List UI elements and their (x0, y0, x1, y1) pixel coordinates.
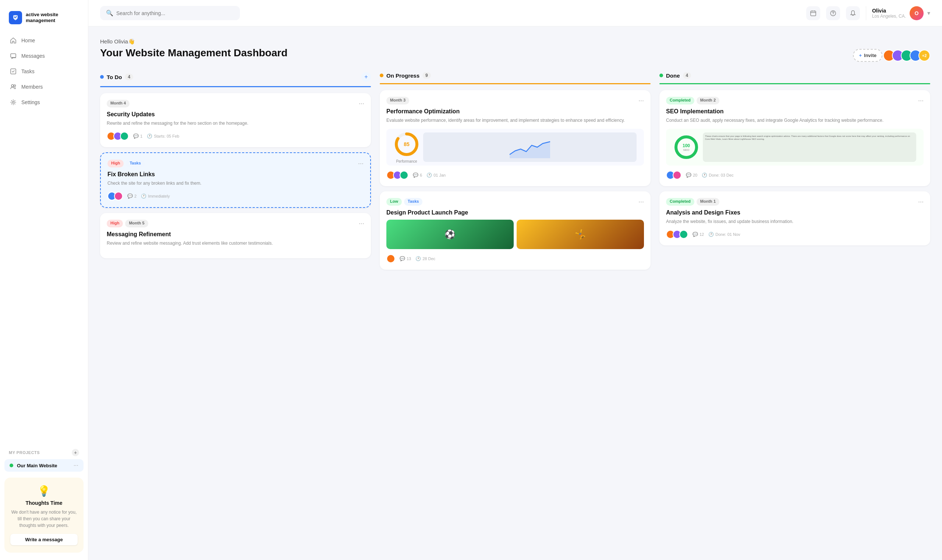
todo-dot (100, 75, 104, 79)
progress-dot (380, 74, 383, 77)
progress-column: On Progress 9 Month 3 ··· Performance Op… (380, 72, 651, 275)
clock-icon: 🕐 (147, 134, 152, 139)
search-bar[interactable]: 🔍 (100, 6, 240, 20)
thoughts-emoji: 💡 (10, 485, 78, 497)
nav-item-settings[interactable]: Settings (5, 95, 83, 110)
thoughts-card: 💡 Thoughts Time We don't have any notice… (5, 478, 83, 552)
invite-section: + Invite +2 (853, 49, 930, 62)
card-title: Messaging Refinement (107, 231, 364, 238)
done-dot (659, 74, 663, 77)
card-menu-icon[interactable]: ··· (918, 198, 924, 206)
members-icon (9, 83, 17, 91)
card-menu-icon[interactable]: ··· (359, 220, 364, 228)
dropdown-chevron-icon[interactable]: ▾ (927, 9, 930, 17)
project-item-main[interactable]: Our Main Website ··· (5, 459, 83, 472)
month-tag: Month 5 (125, 220, 148, 228)
card-tags: Completed Month 2 ··· (666, 97, 924, 105)
clock-icon: 🕐 (708, 232, 714, 237)
card-comments: 💬 2 (127, 194, 137, 199)
todo-add-button[interactable]: + (361, 72, 371, 82)
card-title: Security Updates (107, 111, 364, 118)
clock-icon: 🕐 (416, 256, 421, 261)
page-content: Hello Olivia👋 Your Website Management Da… (88, 26, 942, 560)
card-footer: 💬 6 🕐 01 Jan (386, 171, 644, 180)
card-menu-icon[interactable]: ··· (918, 97, 924, 105)
header: 🔍 Olivia Los Angeles, CA. (88, 0, 942, 26)
card-title: Performance Optimization (386, 108, 644, 115)
completed-tag: Completed (666, 198, 694, 206)
card-footer: 💬 13 🕐 28 Dec (386, 254, 644, 263)
card-date: 🕐 Done: 01 Nov (708, 232, 740, 237)
fix-broken-links-card: High Tasks ··· Fix Broken Links Check th… (100, 152, 371, 208)
card-avatar-3 (120, 132, 129, 140)
svg-rect-5 (811, 11, 816, 16)
card-avatar-2 (114, 192, 123, 200)
card-tags: Low Tasks ··· (386, 198, 644, 206)
card-date: 🕐 01 Jan (426, 172, 446, 178)
card-menu-icon[interactable]: ··· (639, 198, 644, 206)
clock-icon: 🕐 (141, 194, 146, 199)
card-comments: 💬 12 (693, 232, 704, 237)
card-tags: Month 4 ··· (107, 100, 364, 108)
comment-icon: 💬 (127, 194, 133, 199)
card-menu-icon[interactable]: ··· (639, 97, 644, 105)
card-desc: Review and refine website messaging. Add… (107, 240, 364, 246)
tasks-icon (9, 68, 17, 75)
svg-point-7 (833, 14, 833, 15)
done-col-count: 4 (683, 72, 691, 79)
todo-col-count: 4 (125, 74, 133, 80)
card-menu-icon[interactable]: ··· (359, 100, 364, 108)
settings-icon (9, 98, 17, 106)
card-footer: 💬 20 🕐 Done: 03 Dec (666, 171, 924, 180)
invite-button[interactable]: + Invite (853, 49, 882, 62)
svg-point-3 (14, 85, 16, 87)
month-tag: Month 2 (697, 97, 719, 105)
add-project-button[interactable]: + (72, 449, 79, 456)
card-title: Design Product Launch Page (386, 209, 644, 216)
comment-icon: 💬 (693, 232, 698, 237)
clock-icon: 🕐 (426, 172, 432, 178)
calendar-icon[interactable] (806, 6, 820, 20)
done-col-line (659, 83, 930, 84)
messaging-refinement-card: High Month 5 ··· Messaging Refinement Re… (100, 213, 371, 258)
nav-item-home[interactable]: Home (5, 33, 83, 48)
card-tags: High Month 5 ··· (107, 220, 364, 228)
svg-point-2 (11, 85, 14, 87)
card-comments: 💬 1 (133, 134, 142, 139)
priority-tag: High (108, 160, 124, 168)
card-desc: Evaluate website performance, identify a… (386, 117, 644, 124)
product-image-2: 🤸 (517, 220, 644, 249)
performance-visual: 85 Performance (386, 129, 644, 166)
card-desc: Analyze the website, fix issues, and upd… (666, 218, 924, 225)
search-input[interactable] (116, 10, 234, 16)
card-avatars (107, 132, 129, 140)
dashboard-header: Hello Olivia👋 Your Website Management Da… (100, 38, 930, 62)
clock-icon: 🕐 (702, 172, 707, 178)
card-tags: High Tasks ··· (108, 160, 363, 168)
nav-item-messages[interactable]: Messages (5, 49, 83, 63)
help-icon[interactable] (826, 6, 840, 20)
comment-icon: 💬 (133, 134, 139, 139)
card-comments: 💬 13 (400, 256, 411, 261)
card-avatars (386, 171, 408, 180)
card-avatars (386, 254, 395, 263)
progress-col-header: On Progress 9 (380, 72, 651, 79)
notification-icon[interactable] (846, 6, 860, 20)
write-message-button[interactable]: Write a message (10, 534, 78, 545)
nav-item-members[interactable]: Members (5, 80, 83, 94)
card-desc: Conduct an SEO audit, apply necessary fi… (666, 117, 924, 124)
user-avatar[interactable]: O (910, 6, 924, 20)
my-projects-section: MY PROJECTS + (0, 443, 88, 459)
nav-item-tasks[interactable]: Tasks (5, 64, 83, 79)
project-more-icon[interactable]: ··· (74, 462, 78, 469)
card-menu-icon[interactable]: ··· (358, 160, 363, 168)
card-avatars (666, 171, 682, 180)
todo-column: To Do 4 + Month 4 ··· Security Updates R… (100, 72, 371, 263)
messages-icon (9, 52, 17, 60)
card-tags: Completed Month 1 ··· (666, 198, 924, 206)
card-date: 🕐 Done: 03 Dec (702, 172, 733, 178)
done-col-title: Done (666, 72, 680, 79)
priority-tag: Low (386, 198, 402, 206)
card-footer: 💬 1 🕐 Starts: 05 Feb (107, 132, 364, 140)
team-avatar-extra: +2 (919, 50, 930, 62)
